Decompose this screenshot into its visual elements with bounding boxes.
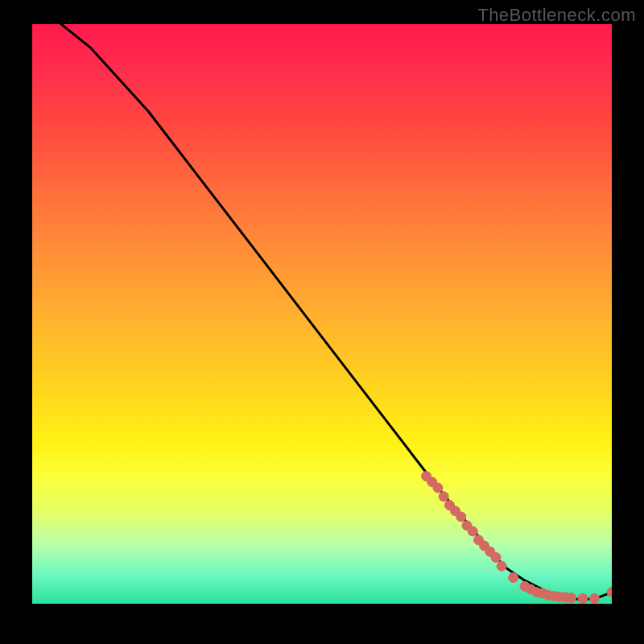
plot-area [32,24,612,604]
data-point [607,588,612,597]
data-point [468,526,477,536]
watermark-text: TheBottleneck.com [477,5,636,26]
data-point [497,561,506,571]
chart-container: TheBottleneck.com [0,0,644,644]
bottleneck-curve [61,24,612,599]
data-point [439,492,448,502]
curve-layer [61,24,612,599]
chart-svg [32,24,612,604]
data-point [589,594,599,604]
data-point [456,512,466,522]
data-point [567,593,576,603]
scatter-layer [422,472,612,604]
data-point [433,483,443,493]
data-point [491,552,501,562]
data-point [509,573,518,583]
data-point [578,594,588,604]
